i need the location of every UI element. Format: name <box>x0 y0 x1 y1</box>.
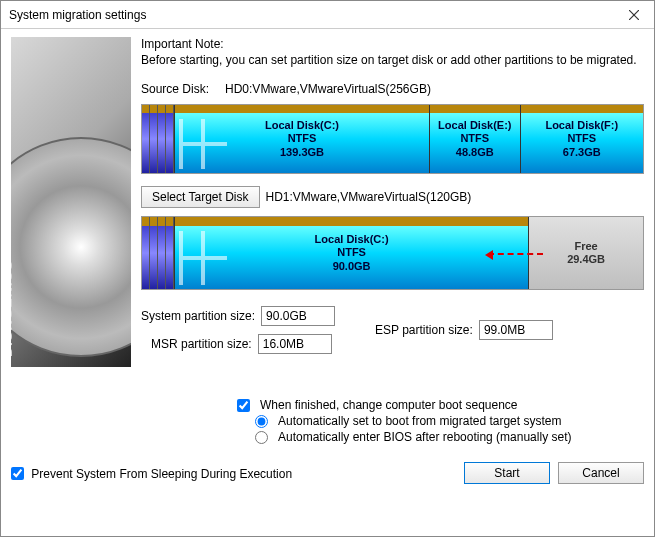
target-disk-bar: Local Disk(C:) NTFS 90.0GB Free 29.4GB <box>141 216 644 290</box>
close-button[interactable] <box>614 1 654 29</box>
source-partition-e[interactable]: Local Disk(E:) NTFS 48.8GB <box>429 105 520 173</box>
bios-label: Automatically enter BIOS after rebooting… <box>278 430 571 444</box>
start-button[interactable]: Start <box>464 462 550 484</box>
esp-part-size-label: ESP partition size: <box>375 323 473 337</box>
target-disk-value: HD1:VMware,VMwareVirtualS(120GB) <box>266 190 472 204</box>
source-disk-label: Source Disk: <box>141 82 209 96</box>
window-title: System migration settings <box>9 8 614 22</box>
cancel-button[interactable]: Cancel <box>558 462 644 484</box>
finish-change-checkbox[interactable] <box>237 399 250 412</box>
esp-part-size-input[interactable] <box>479 320 553 340</box>
auto-boot-radio[interactable] <box>255 415 268 428</box>
target-free-space[interactable]: Free 29.4GB <box>528 217 643 289</box>
source-disk-bar: Local Disk(C:) NTFS 139.3GB Local Disk(E… <box>141 104 644 174</box>
select-target-disk-button[interactable]: Select Target Disk <box>141 186 260 208</box>
source-disk-value: HD0:VMware,VMwareVirtualS(256GB) <box>225 82 431 96</box>
bios-radio[interactable] <box>255 431 268 444</box>
prevent-sleep-label: Prevent System From Sleeping During Exec… <box>31 466 292 480</box>
source-partition-f[interactable]: Local Disk(F:) NTFS 67.3GB <box>520 105 643 173</box>
brand-image: DISKGENIUS <box>11 37 131 367</box>
brand-label: DISKGENIUS <box>11 260 15 357</box>
prevent-sleep-checkbox[interactable] <box>11 467 24 480</box>
source-partition-c[interactable]: Local Disk(C:) NTFS 139.3GB <box>174 105 429 173</box>
note-title: Important Note: <box>141 37 644 51</box>
target-partition-c[interactable]: Local Disk(C:) NTFS 90.0GB <box>174 217 528 289</box>
close-icon <box>629 10 639 20</box>
msr-part-size-input[interactable] <box>258 334 332 354</box>
resize-arrow-icon[interactable] <box>488 253 543 255</box>
finish-change-label: When finished, change computer boot sequ… <box>260 398 518 412</box>
note-text: Before starting, you can set partition s… <box>141 53 644 68</box>
msr-part-size-label: MSR partition size: <box>151 337 252 351</box>
titlebar: System migration settings <box>1 1 654 29</box>
sys-part-size-input[interactable] <box>261 306 335 326</box>
sys-part-size-label: System partition size: <box>141 309 255 323</box>
auto-boot-label: Automatically set to boot from migrated … <box>278 414 561 428</box>
